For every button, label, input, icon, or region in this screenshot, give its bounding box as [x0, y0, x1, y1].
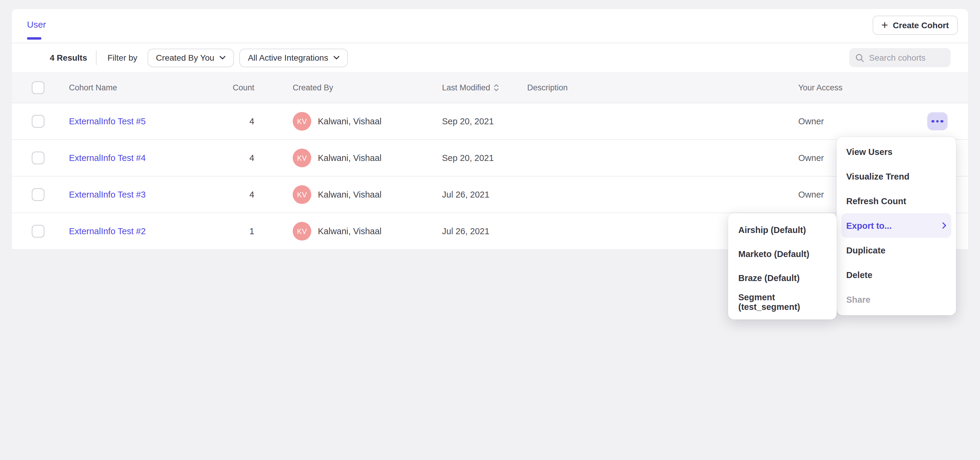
table-header: Cohort Name Count Created By Last Modifi… [12, 72, 968, 103]
cohort-name-link[interactable]: ExternalInfo Test #3 [69, 190, 146, 200]
access-cell: Owner [798, 153, 824, 163]
column-header-count: Count [192, 83, 254, 92]
avatar: KV [293, 112, 311, 131]
tab-user[interactable]: User [27, 19, 46, 29]
created-by-cell: Kalwani, Vishaal [318, 227, 382, 236]
last-modified-cell: Jul 26, 2021 [442, 190, 489, 200]
column-header-your-access: Your Access [798, 83, 843, 92]
last-modified-cell: Sep 20, 2021 [442, 117, 494, 126]
row-checkbox[interactable] [32, 188, 45, 201]
access-cell: Owner [798, 117, 824, 126]
integrations-filter-label: All Active Integrations [248, 53, 328, 62]
last-modified-cell: Jul 26, 2021 [442, 227, 489, 236]
toolbar-divider [96, 50, 97, 65]
created-by-filter-button[interactable]: Created By You [148, 48, 234, 67]
last-modified-label: Last Modified [442, 83, 490, 92]
create-cohort-label: Create Cohort [893, 21, 949, 30]
row-actions-menu: View Users Visualize Trend Refresh Count… [837, 137, 956, 315]
table-row[interactable]: ExternalInfo Test #5 4 KV Kalwani, Visha… [12, 103, 968, 140]
menu-item-view-users[interactable]: View Users [842, 139, 951, 164]
submenu-item-airship[interactable]: Airship (Default) [732, 218, 833, 242]
count-cell: 1 [192, 227, 254, 236]
create-cohort-button[interactable]: + Create Cohort [872, 16, 958, 35]
active-tab-underline [27, 37, 41, 39]
menu-item-share: Share [842, 287, 951, 311]
column-header-description: Description [527, 83, 568, 92]
sort-icon [494, 83, 499, 91]
plus-icon: + [881, 19, 888, 30]
menu-item-export-to[interactable]: Export to... [842, 213, 951, 238]
table-row[interactable]: ExternalInfo Test #3 4 KV Kalwani, Visha… [12, 177, 968, 213]
avatar: KV [293, 222, 311, 241]
results-count: 4 Results [50, 53, 87, 62]
chevron-down-icon [220, 56, 226, 59]
export-submenu: Airship (Default) Marketo (Default) Braz… [728, 213, 837, 319]
column-header-last-modified[interactable]: Last Modified [442, 83, 499, 92]
count-cell: 4 [192, 117, 254, 126]
chevron-right-icon [942, 222, 947, 229]
count-cell: 4 [192, 190, 254, 200]
table-row[interactable]: ExternalInfo Test #4 4 KV Kalwani, Visha… [12, 140, 968, 177]
menu-item-visualize-trend[interactable]: Visualize Trend [842, 164, 951, 188]
column-header-cohort-name: Cohort Name [69, 83, 117, 92]
cohort-name-link[interactable]: ExternalInfo Test #4 [69, 153, 146, 163]
cohort-name-link[interactable]: ExternalInfo Test #2 [69, 227, 146, 236]
access-cell: Owner [798, 190, 824, 200]
menu-item-duplicate[interactable]: Duplicate [842, 238, 951, 262]
row-checkbox[interactable] [32, 225, 45, 238]
submenu-item-segment[interactable]: Segment (test_segment) [732, 290, 833, 314]
avatar: KV [293, 185, 311, 204]
count-cell: 4 [192, 153, 254, 163]
filter-by-label: Filter by [108, 53, 138, 62]
created-by-filter-label: Created By You [156, 53, 215, 62]
search-input[interactable] [869, 53, 941, 62]
integrations-filter-button[interactable]: All Active Integrations [240, 48, 348, 67]
search-box[interactable] [849, 48, 951, 67]
search-icon [855, 53, 864, 62]
avatar: KV [293, 149, 311, 167]
last-modified-cell: Sep 20, 2021 [442, 153, 494, 163]
column-header-created-by: Created By [293, 83, 333, 92]
row-checkbox[interactable] [32, 152, 45, 164]
tab-bar: User + Create Cohort [12, 9, 968, 43]
menu-item-refresh-count[interactable]: Refresh Count [842, 188, 951, 213]
submenu-item-braze[interactable]: Braze (Default) [732, 266, 833, 290]
cohorts-page: User + Create Cohort 4 Results Filter by… [0, 0, 980, 460]
created-by-cell: Kalwani, Vishaal [318, 117, 382, 126]
more-actions-button[interactable] [927, 112, 948, 130]
row-checkbox[interactable] [32, 115, 45, 128]
submenu-item-marketo[interactable]: Marketo (Default) [732, 242, 833, 266]
select-all-checkbox[interactable] [32, 81, 45, 94]
cohort-name-link[interactable]: ExternalInfo Test #5 [69, 117, 146, 126]
created-by-cell: Kalwani, Vishaal [318, 153, 382, 163]
chevron-down-icon [334, 56, 339, 59]
menu-item-delete[interactable]: Delete [842, 262, 951, 287]
created-by-cell: Kalwani, Vishaal [318, 190, 382, 200]
filter-toolbar: 4 Results Filter by Created By You All A… [12, 43, 968, 72]
